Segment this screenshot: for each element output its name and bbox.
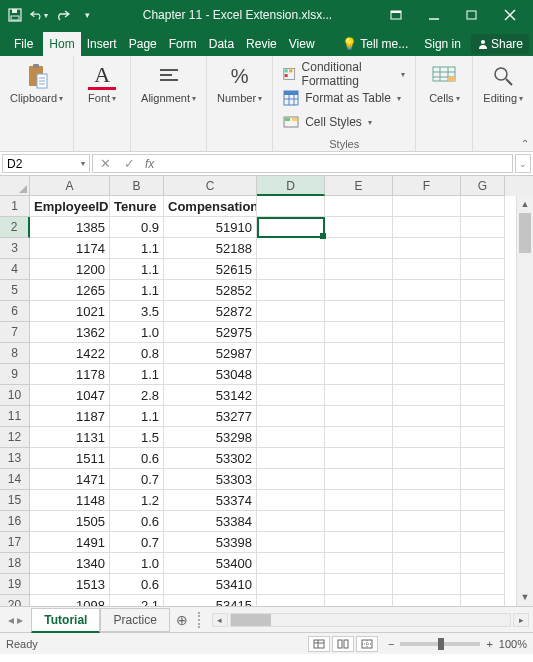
cell[interactable]: 1200: [30, 259, 110, 280]
cell[interactable]: EmployeeID: [30, 196, 110, 217]
font-button[interactable]: A Font▾: [78, 60, 126, 106]
cell[interactable]: [461, 217, 505, 238]
cell[interactable]: 51910: [164, 217, 257, 238]
formula-expand-icon[interactable]: ⌄: [515, 154, 531, 173]
cell[interactable]: 1187: [30, 406, 110, 427]
cell[interactable]: 53398: [164, 532, 257, 553]
cell[interactable]: [257, 511, 325, 532]
cell[interactable]: [461, 532, 505, 553]
cell[interactable]: [461, 259, 505, 280]
conditional-formatting-button[interactable]: Conditional Formatting ▾: [283, 64, 405, 84]
cell[interactable]: [393, 532, 461, 553]
sheet-tab-practice[interactable]: Practice: [100, 608, 169, 632]
cell[interactable]: [461, 427, 505, 448]
hscroll-track[interactable]: [230, 613, 511, 627]
sheet-nav[interactable]: ◂ ▸: [0, 613, 31, 627]
cell[interactable]: [325, 469, 393, 490]
cell[interactable]: [461, 238, 505, 259]
cell[interactable]: [257, 406, 325, 427]
cell[interactable]: 1131: [30, 427, 110, 448]
cell[interactable]: 53303: [164, 469, 257, 490]
cell[interactable]: [325, 259, 393, 280]
cell[interactable]: 53374: [164, 490, 257, 511]
cell[interactable]: [325, 196, 393, 217]
cell[interactable]: 1.0: [110, 553, 164, 574]
zoom-slider[interactable]: [400, 642, 480, 646]
zoom-in-button[interactable]: +: [486, 638, 492, 650]
cell[interactable]: 52975: [164, 322, 257, 343]
save-icon[interactable]: [6, 6, 24, 24]
cell[interactable]: Compensation: [164, 196, 257, 217]
cell[interactable]: [325, 343, 393, 364]
cell[interactable]: [325, 448, 393, 469]
cell[interactable]: 0.6: [110, 574, 164, 595]
cell[interactable]: 1.2: [110, 490, 164, 511]
cell[interactable]: [393, 469, 461, 490]
cell[interactable]: [461, 469, 505, 490]
cell[interactable]: [461, 301, 505, 322]
scroll-left-icon[interactable]: ◂: [212, 613, 228, 627]
alignment-button[interactable]: Alignment▾: [135, 60, 202, 106]
cell[interactable]: 1.0: [110, 322, 164, 343]
sheet-tab-tutorial[interactable]: Tutorial: [31, 608, 100, 633]
cell[interactable]: [257, 217, 325, 238]
cell[interactable]: [325, 511, 393, 532]
row-header[interactable]: 12: [0, 427, 30, 448]
sheet-divider[interactable]: [198, 612, 204, 628]
cell[interactable]: 1340: [30, 553, 110, 574]
row-header[interactable]: 8: [0, 343, 30, 364]
qat-customize-icon[interactable]: ▾: [78, 6, 96, 24]
row-header[interactable]: 4: [0, 259, 30, 280]
cell[interactable]: 0.6: [110, 511, 164, 532]
cell[interactable]: 53415: [164, 595, 257, 606]
undo-icon[interactable]: ▾: [30, 6, 48, 24]
cell[interactable]: [257, 343, 325, 364]
cell[interactable]: [461, 511, 505, 532]
row-header[interactable]: 5: [0, 280, 30, 301]
cell[interactable]: 0.7: [110, 532, 164, 553]
new-sheet-button[interactable]: ⊕: [170, 612, 194, 628]
cell[interactable]: 1047: [30, 385, 110, 406]
collapse-ribbon-icon[interactable]: ⌃: [521, 138, 529, 149]
cell[interactable]: [257, 238, 325, 259]
col-header-A[interactable]: A: [30, 176, 110, 196]
cell[interactable]: [393, 448, 461, 469]
cell[interactable]: [461, 574, 505, 595]
cell[interactable]: [257, 532, 325, 553]
cell[interactable]: [325, 238, 393, 259]
cell[interactable]: 2.1: [110, 595, 164, 606]
cell[interactable]: 53410: [164, 574, 257, 595]
scroll-up-icon[interactable]: ▲: [517, 196, 533, 213]
cell[interactable]: 1.1: [110, 259, 164, 280]
cell[interactable]: 53400: [164, 553, 257, 574]
name-box[interactable]: D2▾: [2, 154, 90, 173]
col-header-B[interactable]: B: [110, 176, 164, 196]
cell[interactable]: [393, 238, 461, 259]
cell[interactable]: [257, 385, 325, 406]
close-icon[interactable]: [493, 3, 527, 27]
cell[interactable]: 1513: [30, 574, 110, 595]
cell[interactable]: [325, 427, 393, 448]
cell[interactable]: [393, 511, 461, 532]
cell[interactable]: [257, 280, 325, 301]
row-header[interactable]: 10: [0, 385, 30, 406]
cell[interactable]: [393, 343, 461, 364]
cell[interactable]: [257, 448, 325, 469]
row-header[interactable]: 15: [0, 490, 30, 511]
row-header[interactable]: 18: [0, 553, 30, 574]
cells-button[interactable]: Cells▾: [420, 60, 468, 106]
paste-button[interactable]: Clipboard▾: [4, 60, 69, 106]
cell[interactable]: [393, 196, 461, 217]
cell[interactable]: [393, 301, 461, 322]
tab-data[interactable]: Data: [203, 32, 240, 56]
row-header[interactable]: 2: [0, 217, 30, 238]
cell[interactable]: [393, 385, 461, 406]
redo-icon[interactable]: [54, 6, 72, 24]
cell[interactable]: 1148: [30, 490, 110, 511]
cell[interactable]: [461, 385, 505, 406]
cell[interactable]: [393, 217, 461, 238]
cell[interactable]: [257, 364, 325, 385]
tab-review[interactable]: Revie: [240, 32, 283, 56]
col-header-C[interactable]: C: [164, 176, 257, 196]
cell[interactable]: 53277: [164, 406, 257, 427]
